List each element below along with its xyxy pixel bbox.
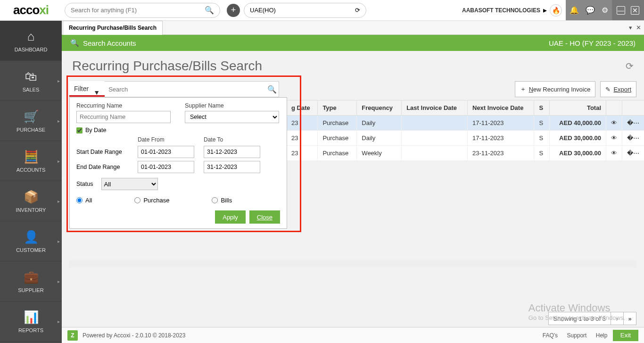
table-row[interactable]: 23PurchaseDaily17-11-2023SAED 40,000.00👁…	[287, 116, 644, 131]
cell-next: 17-11-2023	[468, 116, 534, 131]
help-link[interactable]: Help	[596, 332, 608, 339]
cell-next: 17-11-2023	[468, 131, 534, 146]
faq-link[interactable]: FAQ's	[543, 332, 558, 339]
end-date-to-input[interactable]	[204, 161, 260, 173]
cell-last	[402, 116, 468, 131]
by-date-label: By Date	[85, 127, 106, 134]
cell-frequency: Daily	[357, 116, 402, 131]
more-icon[interactable]: �⋯	[622, 116, 644, 131]
radio-all-input[interactable]	[76, 197, 83, 203]
recurring-name-input[interactable]	[76, 111, 171, 123]
cell-total: AED 40,000.00	[549, 116, 606, 131]
export-button[interactable]: ✎ Export	[600, 81, 636, 97]
sidebar-item-supplier[interactable]: 💼SUPPLIER▸	[0, 261, 62, 301]
radio-bills[interactable]: Bills	[212, 197, 232, 204]
apply-label: Apply	[223, 214, 238, 221]
cell-total: AED 30,000.00	[549, 146, 606, 161]
window-controls: — ✕	[612, 0, 644, 20]
status-select[interactable]: All	[101, 178, 158, 190]
close-button[interactable]: Close	[249, 210, 280, 224]
start-date-to-input[interactable]	[204, 146, 260, 158]
table-header-row: g Date Type Frequency Last Invoice Date …	[287, 100, 644, 116]
pager-last[interactable]: »	[623, 312, 636, 325]
col-total[interactable]: Total	[549, 100, 606, 116]
pager-next[interactable]: ›	[611, 312, 624, 325]
more-icon[interactable]: �⋯	[622, 146, 644, 161]
refresh-icon[interactable]: ⟳	[626, 60, 634, 72]
filter-toggle[interactable]: Filter ▼	[69, 82, 105, 97]
grey-icon-bar: 🔔 💬 ⚙	[566, 0, 612, 20]
sidebar-item-customer[interactable]: 👤CUSTOMER▸	[0, 221, 62, 261]
boxes-icon: 📦	[24, 190, 39, 204]
radio-purchase-input[interactable]	[134, 197, 140, 203]
sidebar-item-purchase[interactable]: 🛒PURCHASE▸	[0, 101, 62, 141]
h-scrollbar[interactable]	[69, 260, 636, 268]
by-date-checkbox[interactable]: By Date	[76, 127, 280, 134]
tab-bar: Recurring Purchase/Bills Search ▾ ✕	[62, 21, 644, 35]
sidebar-item-reports[interactable]: 📊REPORTS▸	[0, 301, 62, 342]
sync-icon[interactable]: ⟳	[355, 7, 360, 14]
new-btn-label: New Recurring Invoice	[529, 86, 591, 93]
cell-s: S	[534, 131, 549, 146]
start-date-from-input[interactable]	[138, 146, 194, 158]
view-icon[interactable]: 👁	[606, 131, 622, 146]
radio-all[interactable]: All	[76, 197, 92, 204]
exit-button[interactable]: Exit	[613, 330, 638, 341]
radio-bills-input[interactable]	[212, 197, 218, 203]
table-row[interactable]: 23PurchaseDaily17-11-2023SAED 30,000.00👁…	[287, 131, 644, 146]
search-icon[interactable]: 🔍	[265, 85, 279, 94]
tab-menu-icon[interactable]: ▾	[629, 24, 632, 31]
table-row[interactable]: 23PurchaseWeekly23-11-2023SAED 30,000.00…	[287, 146, 644, 161]
col-next-invoice[interactable]: Next Invoice Date	[468, 100, 534, 116]
page-title: Recurring Purchase/Bills Search	[72, 59, 262, 74]
cell-frequency: Weekly	[357, 146, 402, 161]
supplier-select[interactable]: Select	[185, 111, 279, 123]
global-search-input[interactable]	[71, 7, 205, 14]
col-date[interactable]: g Date	[287, 100, 318, 116]
nav-label: REPORTS	[18, 327, 43, 333]
cell-date: 23	[287, 131, 318, 146]
filter-trigger: Filter ▼ 🔍	[69, 81, 279, 97]
sidebar-item-dashboard[interactable]: ⌂DASHBOARD	[0, 21, 62, 61]
add-button[interactable]: +	[227, 4, 240, 17]
minimize-icon[interactable]: —	[617, 6, 625, 15]
more-icon[interactable]: �⋯	[622, 131, 644, 146]
radio-purchase[interactable]: Purchase	[134, 197, 169, 204]
search-icon[interactable]: 🔍	[205, 6, 214, 15]
sidebar-item-sales[interactable]: 🛍SALES▸	[0, 61, 62, 101]
end-date-from-input[interactable]	[138, 161, 194, 173]
new-recurring-invoice-button[interactable]: ＋ New Recurring Invoice	[515, 81, 596, 97]
tab-close-icon[interactable]: ✕	[636, 24, 641, 31]
view-icon[interactable]: 👁	[606, 146, 622, 161]
col-type[interactable]: Type	[318, 100, 357, 116]
filter-search-input[interactable]	[105, 86, 265, 93]
close-label: Close	[257, 214, 272, 221]
footer-links: FAQ's Support Help Exit	[539, 330, 638, 341]
chat-icon[interactable]: 💬	[586, 6, 595, 15]
view-icon[interactable]: 👁	[606, 116, 622, 131]
chart-icon: 📊	[24, 310, 39, 325]
close-icon[interactable]: ✕	[631, 6, 639, 15]
flame-icon[interactable]: 🔥	[550, 4, 562, 17]
entity-selector[interactable]: UAE(HO) ⟳	[244, 3, 366, 18]
gear-icon[interactable]: ⚙	[602, 6, 608, 15]
sidebar-item-accounts[interactable]: 🧮ACCOUNTS▸	[0, 141, 62, 181]
recurring-name-label: Reccurring Name	[76, 102, 171, 109]
col-s[interactable]: S	[534, 100, 549, 116]
col-last-invoice[interactable]: Last Invoice Date	[402, 100, 468, 116]
start-date-range-label: Start Date Range	[76, 149, 128, 155]
cell-s: S	[534, 116, 549, 131]
radio-purchase-label: Purchase	[143, 197, 169, 204]
nav-label: CUSTOMER	[16, 247, 46, 253]
global-search[interactable]: 🔍	[65, 3, 220, 18]
nav-label: ACCOUNTS	[17, 167, 46, 173]
by-date-check[interactable]	[76, 127, 83, 134]
tab-recurring-search[interactable]: Recurring Purchase/Bills Search	[63, 21, 163, 35]
sidebar-item-inventory[interactable]: 📦INVENTORY▸	[0, 181, 62, 221]
support-link[interactable]: Support	[567, 332, 586, 339]
col-frequency[interactable]: Frequency	[357, 100, 402, 116]
tab-label: Recurring Purchase/Bills Search	[69, 25, 157, 31]
bell-icon[interactable]: 🔔	[570, 6, 579, 15]
chevron-right-icon: ▸	[58, 159, 60, 164]
apply-button[interactable]: Apply	[215, 210, 246, 224]
